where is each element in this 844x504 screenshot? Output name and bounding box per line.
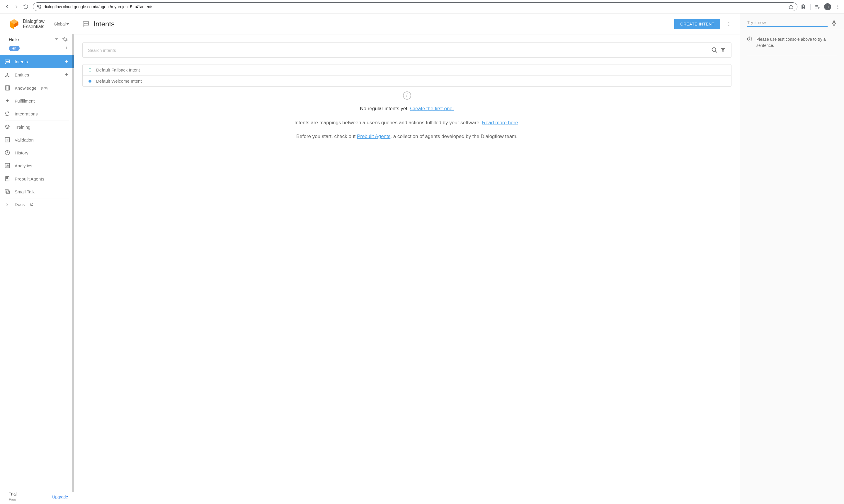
try-panel: Please use test console above to try a s… — [740, 14, 844, 504]
language-row: en + — [0, 43, 74, 55]
intent-row-welcome[interactable]: Default Welcome Intent — [83, 76, 731, 87]
content: Intents CREATE INTENT — [74, 14, 740, 504]
profile-avatar[interactable]: n — [824, 3, 831, 10]
bookmark-icon — [88, 68, 92, 72]
svg-point-18 — [7, 73, 8, 74]
clock-icon — [4, 150, 11, 156]
playlist-icon[interactable] — [815, 4, 820, 10]
browser-reload-button[interactable] — [22, 3, 29, 10]
site-info-icon[interactable] — [37, 4, 41, 9]
nav-history[interactable]: History — [0, 146, 74, 159]
upgrade-link[interactable]: Upgrade — [52, 494, 68, 499]
svg-point-45 — [749, 38, 750, 38]
sidebar-footer: Trial Free Upgrade — [0, 488, 74, 504]
intent-row-fallback[interactable]: Default Fallback Intent — [83, 65, 731, 76]
language-pill[interactable]: en — [9, 46, 20, 51]
sidebar: Dialogflow Essentials Global Hello en + — [0, 14, 74, 504]
svg-point-15 — [6, 61, 7, 61]
svg-rect-1 — [39, 7, 41, 8]
svg-point-39 — [729, 25, 730, 26]
svg-marker-6 — [819, 7, 820, 8]
graduation-icon — [4, 124, 11, 130]
nav-fulfillment[interactable]: Fulfillment — [0, 94, 74, 107]
star-icon[interactable] — [788, 4, 794, 10]
nav-small-talk[interactable]: Small Talk — [0, 185, 74, 198]
agent-icon — [4, 176, 11, 182]
search-icon[interactable] — [711, 47, 718, 53]
browser-back-button[interactable] — [3, 3, 11, 10]
svg-point-20 — [8, 76, 10, 77]
try-input[interactable] — [747, 19, 828, 27]
filter-icon[interactable] — [720, 47, 726, 53]
add-entity-button[interactable]: + — [65, 72, 68, 78]
svg-marker-2 — [789, 4, 793, 8]
page-title: Intents — [93, 20, 114, 28]
dialogflow-logo-icon — [9, 19, 19, 29]
svg-point-19 — [5, 76, 6, 77]
empty-line-2: Intents are mappings between a user's qu… — [92, 119, 722, 127]
svg-point-17 — [8, 61, 9, 61]
svg-point-34 — [84, 23, 85, 24]
separator — [810, 4, 811, 10]
extensions-icon[interactable] — [801, 4, 806, 10]
svg-point-40 — [712, 48, 716, 52]
info-icon: i — [403, 91, 411, 100]
svg-rect-0 — [37, 5, 39, 6]
nav-validation[interactable]: Validation — [0, 133, 74, 146]
more-menu-icon[interactable] — [726, 21, 732, 27]
nav-intents[interactable]: Intents + — [0, 55, 74, 68]
search-input[interactable] — [88, 48, 709, 53]
svg-point-38 — [729, 24, 730, 24]
nav-training[interactable]: Training — [0, 121, 74, 133]
nav-analytics[interactable]: Analytics — [0, 159, 74, 172]
nav-knowledge[interactable]: Knowledge [beta] — [0, 82, 74, 94]
mic-icon[interactable] — [831, 19, 837, 26]
nav-prebuilt-agents[interactable]: Prebuilt Agents — [0, 172, 74, 185]
prebuilt-agents-link[interactable]: Prebuilt Agents — [357, 133, 390, 139]
url-bar[interactable]: dialogflow.cloud.google.com/#/agent/mypr… — [33, 2, 797, 11]
read-more-link[interactable]: Read more here — [482, 120, 518, 125]
browser-menu-icon[interactable] — [835, 4, 841, 10]
svg-point-35 — [86, 23, 86, 24]
svg-marker-23 — [5, 99, 9, 103]
nav-entities[interactable]: Entities + — [0, 68, 74, 82]
chevron-down-icon — [55, 38, 58, 41]
bolt-icon — [4, 98, 11, 104]
browser-forward-button[interactable] — [13, 3, 20, 10]
url-text: dialogflow.cloud.google.com/#/agent/mypr… — [44, 4, 786, 9]
svg-marker-42 — [721, 48, 725, 52]
book-icon — [4, 85, 11, 91]
svg-point-36 — [87, 23, 87, 24]
logo-row: Dialogflow Essentials Global — [0, 14, 74, 33]
gear-icon[interactable] — [62, 36, 68, 42]
search-box[interactable] — [82, 42, 732, 58]
scrollbar[interactable] — [72, 34, 74, 492]
intent-list: Default Fallback Intent Default Welcome … — [82, 64, 732, 87]
svg-rect-31 — [7, 178, 8, 178]
region-dropdown[interactable]: Global — [54, 22, 69, 26]
svg-rect-24 — [5, 138, 10, 142]
info-outline-icon — [747, 36, 752, 42]
svg-point-16 — [7, 61, 7, 61]
nav-docs[interactable]: Docs — [0, 198, 74, 210]
create-intent-button[interactable]: CREATE INTENT — [674, 19, 720, 29]
try-message: Please use test console above to try a s… — [740, 29, 844, 56]
smalltalk-icon — [4, 189, 11, 195]
main: Intents CREATE INTENT — [74, 14, 844, 504]
empty-line-3: Before you start, check out Prebuilt Age… — [92, 133, 722, 140]
nav: Intents + Entities + Knowledge [beta] Fu… — [0, 55, 74, 120]
empty-state: i No regular intents yet. Create the fir… — [74, 87, 740, 151]
svg-point-7 — [838, 5, 839, 5]
svg-line-41 — [715, 51, 717, 53]
svg-marker-13 — [66, 23, 69, 25]
add-intent-button[interactable]: + — [65, 59, 68, 65]
add-language-button[interactable]: + — [65, 45, 68, 51]
agent-selector[interactable]: Hello — [0, 33, 74, 43]
check-icon — [4, 137, 11, 143]
entities-icon — [4, 72, 11, 78]
nav-integrations[interactable]: Integrations — [0, 107, 74, 120]
svg-point-37 — [729, 22, 730, 23]
chevron-right-icon — [4, 202, 11, 207]
create-first-link[interactable]: Create the first one. — [410, 106, 454, 111]
chat-icon — [4, 59, 11, 65]
